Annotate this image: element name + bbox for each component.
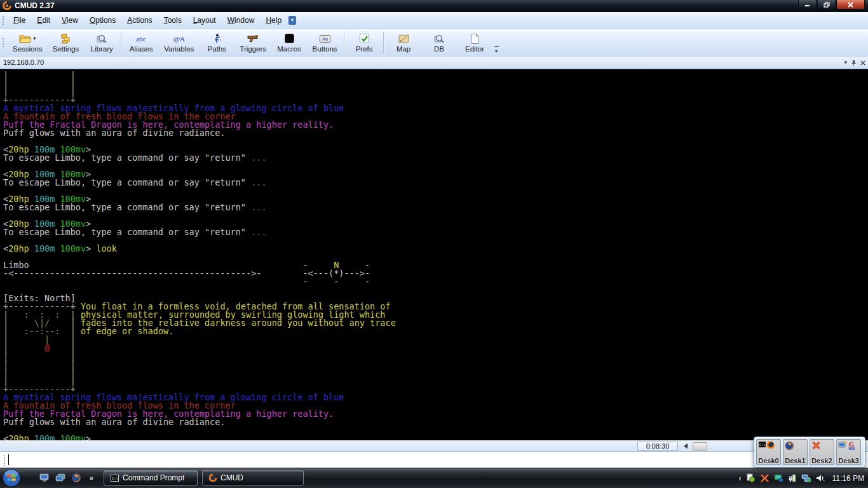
svg-text:C:\: C:\ — [759, 443, 766, 447]
toolbar-grip[interactable] — [2, 37, 5, 48]
toolbar-buttons-button[interactable]: AbButtons — [307, 29, 342, 57]
library-icon — [96, 32, 107, 45]
desk-tile-icons: GMUD — [837, 440, 860, 451]
terminal-line: - - - — [3, 278, 868, 286]
taskbar-button-cmud[interactable]: CMUD — [202, 470, 304, 485]
cmd-icon: C:\ — [111, 475, 119, 482]
session-timer: 0:08:30 — [637, 442, 678, 451]
terminal-line: To escape Limbo, type a command or say "… — [3, 228, 868, 236]
desk-tile-icons — [783, 440, 807, 451]
toolbar-sessions-button[interactable]: ▾Sessions — [8, 29, 48, 57]
terminal-line: | | — [3, 71, 868, 79]
toolbar-label: Editor — [465, 45, 484, 53]
terminal-line: <20hp 100m 100mv> — [3, 435, 868, 441]
restore-button[interactable] — [817, 0, 836, 10]
menu-help[interactable]: Help — [260, 13, 287, 28]
toolbar-db-button[interactable]: DB — [421, 29, 457, 57]
desk-tile-label: Desk3 — [837, 457, 860, 464]
inputbar-grip[interactable] — [3, 454, 6, 466]
tray-expand-chevron[interactable]: ‹ — [739, 474, 742, 483]
menu-options[interactable]: Options — [84, 13, 121, 28]
power-plug-tray-icon[interactable] — [788, 473, 797, 483]
clock[interactable]: 11:16 PM — [832, 474, 864, 483]
desk-tile-desk1[interactable]: Desk1 — [783, 439, 808, 465]
buttons-icon: Ab — [319, 32, 331, 45]
terminal-line: | :--:--: | of edge or shadow. — [3, 327, 868, 336]
taskbar-button-command-prompt[interactable]: C:\Command Prompt — [104, 470, 198, 485]
toolbar-aliases-button[interactable]: abcAliases — [123, 29, 159, 57]
close-pane-icon[interactable] — [860, 60, 865, 65]
scrollbar-thumb[interactable] — [693, 442, 707, 451]
terminal-line: | | — [3, 360, 868, 369]
toolbar-paths-button[interactable]: Paths — [199, 29, 234, 57]
menu-window[interactable]: Window — [222, 13, 261, 28]
volume-tray-icon[interactable] — [816, 474, 825, 482]
pin-icon[interactable] — [851, 60, 857, 66]
desk-tile-label: Desk0 — [757, 457, 780, 464]
toolbar-macros-button[interactable]: AMacros — [271, 29, 307, 57]
prefs-icon — [359, 32, 370, 45]
desk-tile-desk3[interactable]: GMUDDesk3 — [836, 439, 861, 465]
terminal-line: | | — [3, 352, 868, 360]
system-tray: ‹ 11:16 PM — [739, 468, 864, 488]
redx-icon — [811, 441, 821, 450]
sessions-dropdown-arrow[interactable]: ▾ — [33, 36, 36, 41]
firefox-icon[interactable] — [71, 473, 81, 483]
winlink-icon — [838, 441, 846, 449]
session-tab-title: 192.168.0.70 — [0, 58, 44, 66]
toolbar-variables-button[interactable]: @AVariables — [159, 29, 199, 57]
terminal-output[interactable]: | || || |+------------+A mystical spring… — [0, 69, 868, 441]
taskbar: » C:\Command PromptCMUD ‹ 11:16 PM — [0, 468, 868, 488]
window-switcher-icon[interactable] — [55, 473, 65, 482]
toolbar-separator — [344, 32, 345, 54]
toolbar-map-button[interactable]: Map — [386, 29, 421, 57]
start-button[interactable] — [2, 468, 21, 487]
menu-file[interactable]: File — [8, 13, 31, 28]
toolbar-triggers-button[interactable]: Triggers — [234, 29, 271, 57]
menu-view[interactable]: View — [56, 13, 84, 28]
scroll-left-arrow[interactable] — [684, 444, 688, 449]
minimize-button[interactable] — [798, 0, 817, 10]
toolbar-overflow-button[interactable]: ▾ — [492, 29, 500, 57]
triggers-icon — [247, 32, 259, 45]
terminal-line: | | — [3, 79, 868, 88]
menubar-grip[interactable] — [2, 15, 5, 25]
terminal-line: | | | — [3, 336, 868, 344]
toolbar-separator — [383, 32, 384, 54]
desk-tile-desk2[interactable]: Desk2 — [810, 439, 834, 465]
toolbar-prefs-button[interactable]: Prefs — [346, 29, 382, 57]
dock-menu-icon[interactable]: ▾ — [844, 60, 847, 65]
terminal-line: Puff glows with an aura of divine radian… — [3, 129, 868, 137]
notes-tray-icon[interactable] — [746, 473, 756, 483]
terminal-line: To escape Limbo, type a command or say "… — [3, 154, 868, 162]
command-input-bar[interactable] — [0, 451, 868, 468]
show-desktop-icon[interactable] — [39, 473, 50, 482]
toolbar-label: Settings — [53, 45, 79, 53]
menu-layout[interactable]: Layout — [187, 13, 222, 28]
desk-tile-icons — [810, 440, 834, 450]
cmud-icon — [767, 441, 775, 449]
svg-text:abc: abc — [137, 35, 146, 43]
display-settings-tray-icon[interactable] — [774, 474, 783, 482]
toolbar-editor-button[interactable]: Editor — [457, 29, 492, 57]
toolbar-settings-button[interactable]: Settings — [48, 29, 85, 57]
quick-launch: » — [39, 473, 93, 483]
svg-text:A: A — [287, 36, 291, 42]
toolbar-label: Macros — [277, 45, 301, 53]
close-button[interactable] — [836, 0, 865, 10]
terminal-line: | | — [3, 88, 868, 96]
toolbar-library-button[interactable]: Library — [84, 29, 119, 57]
network-tray-icon[interactable] — [801, 474, 811, 483]
toolbar-label: Buttons — [313, 45, 337, 53]
desk-tile-desk0[interactable]: C:\Desk0 — [756, 439, 781, 465]
window-controls — [798, 0, 865, 10]
svg-text:Ab: Ab — [322, 36, 327, 42]
terminal-line: To escape Limbo, type a command or say "… — [3, 203, 868, 212]
menu-tools[interactable]: Tools — [158, 13, 187, 28]
dexpot-tray-icon[interactable] — [760, 473, 770, 483]
quicklaunch-overflow-chevron[interactable]: » — [90, 474, 93, 482]
menu-edit[interactable]: Edit — [31, 13, 56, 28]
menu-overflow-button[interactable]: ▾ — [288, 16, 296, 25]
terminal-line — [3, 137, 868, 146]
menu-actions[interactable]: Actions — [121, 13, 158, 28]
